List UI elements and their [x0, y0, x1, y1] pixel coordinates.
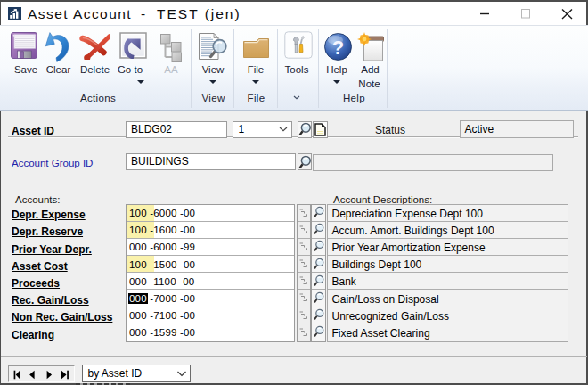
svg-text:?: ? — [332, 37, 344, 59]
